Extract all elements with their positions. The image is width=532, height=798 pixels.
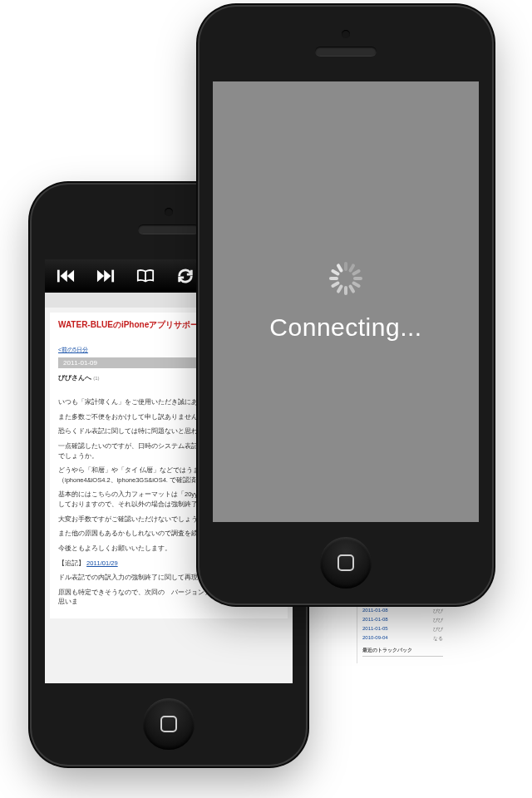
svg-marker-3 bbox=[97, 270, 104, 283]
rewind-start-icon[interactable] bbox=[57, 267, 75, 285]
postscript-label: 【追記】 bbox=[58, 559, 85, 567]
device-screen: Connecting... bbox=[213, 81, 479, 522]
entry-title-text: びびさんへ bbox=[58, 374, 91, 382]
svg-marker-1 bbox=[61, 270, 67, 283]
connecting-label: Connecting... bbox=[269, 313, 421, 342]
prev-entries-link[interactable]: <前の5日分 bbox=[58, 347, 88, 352]
svg-rect-5 bbox=[111, 270, 114, 283]
device-top bbox=[200, 7, 492, 81]
sidebar-item[interactable]: 2011-01-08びび bbox=[362, 616, 443, 625]
svg-rect-0 bbox=[57, 270, 60, 283]
earpiece-speaker bbox=[138, 224, 200, 234]
sidebar-item[interactable]: 2011-01-05びび bbox=[362, 625, 443, 634]
connecting-overlay: Connecting... bbox=[213, 81, 479, 522]
device-bottom bbox=[200, 522, 492, 603]
iphone-device-front: Connecting... bbox=[200, 7, 492, 603]
reload-icon[interactable] bbox=[176, 267, 195, 285]
sidebar-item[interactable]: 2010-09-04なる bbox=[362, 634, 443, 643]
home-glyph-icon bbox=[337, 554, 354, 571]
proximity-sensor bbox=[342, 30, 350, 38]
open-book-icon[interactable] bbox=[136, 267, 155, 285]
entry-title-sub: (1) bbox=[93, 376, 99, 381]
postscript-date-link[interactable]: 2011/01/29 bbox=[86, 559, 118, 567]
proximity-sensor bbox=[165, 208, 173, 216]
sidebar-item[interactable]: 2011-01-08びび bbox=[362, 607, 443, 616]
home-glyph-icon bbox=[160, 716, 177, 732]
device-bottom bbox=[32, 683, 306, 765]
home-button[interactable] bbox=[143, 698, 195, 750]
home-button[interactable] bbox=[320, 537, 372, 589]
recent-trackback-heading: 最近のトラックバック bbox=[362, 647, 443, 657]
spinner-icon bbox=[329, 262, 362, 295]
svg-marker-2 bbox=[67, 270, 74, 283]
svg-marker-4 bbox=[104, 270, 111, 283]
earpiece-speaker bbox=[315, 47, 377, 57]
fast-forward-end-icon[interactable] bbox=[96, 267, 115, 285]
